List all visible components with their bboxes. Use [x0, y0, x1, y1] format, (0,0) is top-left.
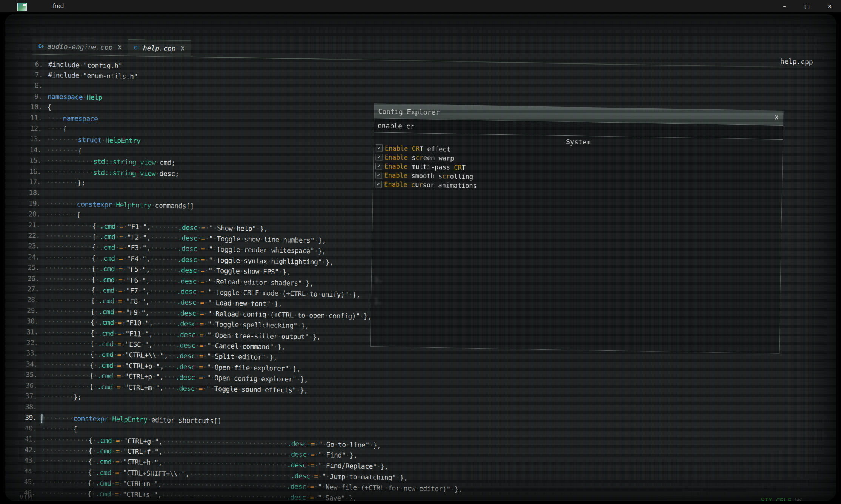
whitespace-dots: ··· — [163, 384, 175, 392]
line-number: 28. — [15, 295, 39, 304]
whitespace-dots: · — [197, 234, 201, 242]
whitespace-dots: · — [121, 329, 126, 337]
checkbox-checked-icon[interactable]: ✓ — [375, 172, 382, 178]
whitespace-dots: · — [203, 374, 207, 382]
whitespace-dots: ······· — [149, 287, 177, 295]
whitespace-dots: · — [321, 493, 326, 501]
line-number: 24. — [15, 252, 40, 261]
whitespace-dots: ············ — [43, 339, 90, 347]
whitespace-dots: · — [155, 169, 160, 177]
whitespace-dots: · — [123, 254, 127, 262]
minimize-button[interactable]: – — [773, 0, 796, 12]
crt-screen: C+audio-engine.cppXC+help.cppX help.cpp … — [5, 14, 836, 501]
whitespace-dots: · — [119, 447, 123, 455]
checkbox-checked-icon[interactable]: ✓ — [375, 163, 382, 169]
whitespace-dots: ········ — [46, 210, 77, 218]
whitespace-dots: ········ — [47, 135, 78, 143]
whitespace-dots: ············ — [41, 467, 88, 476]
code-line: 40.········{ — [12, 424, 77, 436]
line-number: 21. — [16, 220, 40, 229]
whitespace-dots: · — [256, 224, 260, 232]
line-number: 26. — [15, 274, 39, 282]
line-number: 10. — [18, 103, 42, 111]
whitespace-dots: ············ — [42, 446, 88, 455]
whitespace-dots: · — [348, 290, 352, 298]
whitespace-dots: · — [212, 309, 216, 317]
line-number: 37. — [13, 392, 37, 400]
config-option-enable-cursor-animations[interactable]: ✓Enable cursor animations — [375, 180, 477, 191]
whitespace-dots: · — [94, 361, 98, 369]
checkbox-checked-icon[interactable]: ✓ — [375, 181, 382, 187]
whitespace-dots: ············ — [45, 275, 91, 283]
whitespace-dots: ··· — [164, 373, 175, 381]
line-number: 18. — [17, 188, 41, 197]
whitespace-dots: ············ — [43, 349, 90, 358]
maximize-button[interactable]: ▢ — [796, 0, 818, 12]
whitespace-dots: ········ — [42, 414, 73, 422]
window-titlebar: fred – ▢ ✕ — [0, 0, 841, 12]
tab-label: help.cpp — [143, 44, 176, 52]
whitespace-dots: ······ — [153, 319, 176, 327]
whitespace-dots: · — [267, 246, 271, 254]
whitespace-dots: · — [118, 490, 123, 498]
whitespace-dots: · — [151, 448, 155, 456]
whitespace-dots: · — [151, 458, 155, 466]
whitespace-dots: · — [195, 363, 199, 371]
tab-close-icon[interactable]: X — [118, 44, 121, 51]
whitespace-dots: ············ — [45, 221, 92, 230]
whitespace-dots: · — [210, 384, 214, 392]
text-cursor — [41, 414, 42, 423]
whitespace-dots: · — [196, 298, 200, 306]
line-number: 35. — [13, 370, 37, 379]
vim-mode-indicator: VIM — [19, 493, 32, 501]
whitespace-dots: · — [211, 374, 215, 382]
whitespace-dots: · — [95, 264, 99, 272]
encoding-status-group: STX CRLF WS — [761, 496, 803, 501]
line-number: 42. — [12, 446, 36, 454]
checkbox-checked-icon[interactable]: ✓ — [375, 154, 382, 160]
whitespace-dots: · — [152, 373, 156, 381]
line-number: 44. — [12, 467, 36, 475]
whitespace-dots: · — [202, 384, 206, 392]
whitespace-dots: · — [317, 290, 321, 298]
whitespace-dots: · — [212, 299, 216, 307]
code-line: 20.········{ — [16, 210, 81, 221]
whitespace-dots: · — [205, 234, 209, 242]
whitespace-dots: · — [121, 340, 125, 348]
whitespace-dots: · — [79, 71, 83, 79]
whitespace-dots: · — [93, 383, 97, 390]
whitespace-dots: · — [152, 362, 156, 370]
whitespace-dots: · — [232, 224, 237, 232]
line-number: 22. — [16, 231, 40, 240]
tab-help.cpp[interactable]: C+help.cppX — [128, 39, 191, 57]
tab-audio-engine.cpp[interactable]: C+audio-engine.cppX — [32, 37, 128, 55]
whitespace-dots: · — [120, 383, 125, 391]
whitespace-dots: ································ — [161, 491, 286, 501]
line-number: 40. — [12, 424, 37, 432]
whitespace-dots: ·························· — [189, 470, 291, 480]
whitespace-dots: · — [119, 469, 123, 476]
whitespace-dots: ············ — [41, 456, 88, 465]
whitespace-dots: · — [212, 277, 216, 285]
popup-close-icon[interactable]: X — [775, 114, 779, 121]
checkbox-checked-icon[interactable]: ✓ — [376, 144, 383, 151]
line-number: 43. — [12, 456, 36, 464]
whitespace-dots: · — [96, 222, 100, 230]
whitespace-dots: · — [310, 472, 314, 480]
whitespace-dots: · — [211, 363, 215, 371]
whitespace-dots: · — [112, 201, 116, 209]
tab-close-icon[interactable]: X — [181, 45, 184, 52]
line-number: 6. — [19, 60, 43, 68]
close-button[interactable]: ✕ — [818, 0, 841, 12]
whitespace-dots: · — [267, 278, 271, 286]
line-number: 14. — [17, 145, 42, 154]
whitespace-dots: · — [277, 332, 281, 340]
whitespace-dots: · — [123, 222, 128, 230]
line-number: 8. — [18, 81, 43, 89]
whitespace-dots: ··· — [164, 362, 175, 370]
popup-title: Config Explorer — [378, 107, 440, 116]
line-number: 33. — [14, 349, 38, 357]
line-number: 12. — [18, 124, 42, 132]
line-number: 17. — [17, 178, 41, 186]
whitespace-dots: · — [257, 375, 261, 383]
